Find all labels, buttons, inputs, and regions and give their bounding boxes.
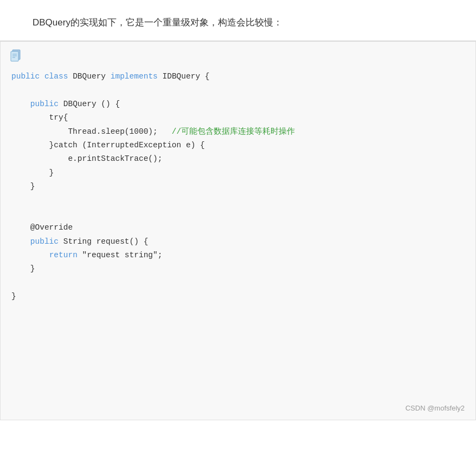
code-line: }catch (InterruptedException e) { [11,139,465,152]
code-line: e.printStackTrace(); [11,152,465,166]
svg-rect-1 [11,51,18,61]
code-line: public DBQuery () { [11,97,465,111]
intro-text: DBQuery的实现如下，它是一个重量级对象，构造会比较慢： [0,0,476,41]
keyword-public3: public [30,237,59,246]
keyword-return: return [49,251,78,259]
code-line: public String request() { [11,235,465,249]
code-line: @Override [11,221,465,234]
code-line [11,84,465,97]
code-line: } [11,166,465,180]
code-line: } [11,290,465,303]
code-line: Thread.sleep(1000); //可能包含数据库连接等耗时操作 [11,125,465,139]
code-line: return "request string"; [11,249,465,262]
code-line: public class DBQuery implements IDBQuery… [11,70,465,83]
watermark: CSDN @mofsfely2 [406,404,465,412]
code-block: public class DBQuery implements IDBQuery… [0,41,476,420]
code-content: public class DBQuery implements IDBQuery… [1,68,475,320]
copy-icon[interactable] [8,55,23,64]
keyword-public2: public [30,100,59,108]
code-line: } [11,262,465,276]
copy-icon-area[interactable] [1,42,475,68]
code-line [11,207,465,221]
comment-cn: //可能包含数据库连接等耗时操作 [172,127,295,136]
code-line: } [11,180,465,193]
code-line: try{ [11,111,465,125]
intro-section: DBQuery的实现如下，它是一个重量级对象，构造会比较慢： [0,0,476,41]
keyword-public: public [11,72,40,81]
code-line [11,276,465,290]
keyword-implements: implements [111,72,158,81]
keyword-class: class [44,72,68,81]
code-line [11,194,465,207]
